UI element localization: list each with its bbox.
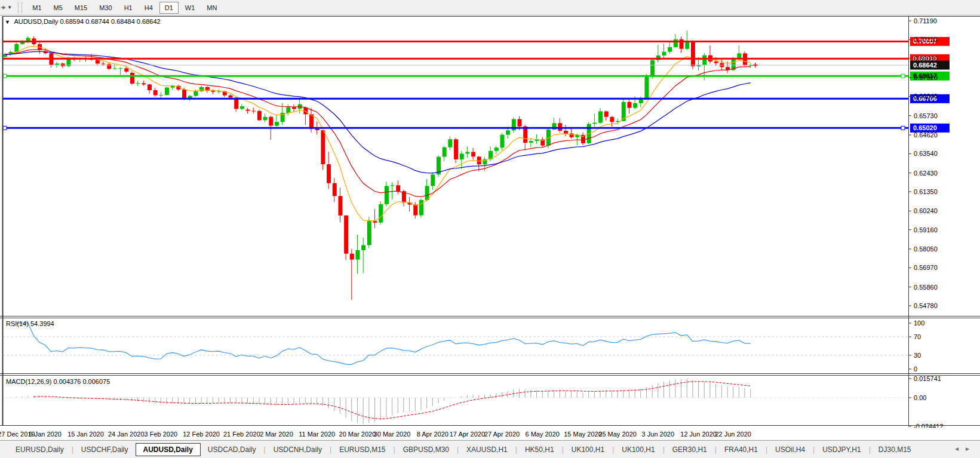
candle-body: [564, 131, 568, 134]
candle-body: [465, 152, 469, 153]
candle-body: [494, 147, 499, 151]
candle-body: [20, 42, 24, 44]
timeframe-button-m30[interactable]: M30: [94, 2, 117, 14]
candle-body: [610, 117, 614, 122]
candle-body: [373, 221, 377, 223]
chevron-down-icon[interactable]: ▼: [7, 5, 12, 10]
tab-separator: |: [663, 445, 665, 454]
candle-body: [443, 147, 447, 157]
ma-slow-line: [5, 51, 751, 173]
tab-scroll-left-icon[interactable]: ◄: [954, 445, 964, 452]
candle-body: [321, 130, 325, 164]
tab-uk100-h1[interactable]: UK100,H1: [564, 443, 612, 456]
chart-tab-bar: EURUSD,Daily|USDCHF,DailyAUDUSD,DailyUSD…: [0, 440, 980, 458]
candle-body: [182, 90, 186, 99]
price-tick-label: 0.55860: [914, 284, 938, 291]
horizontal-lines[interactable]: 0.700070.690100.686420.680170.667060.650…: [2, 37, 950, 133]
price-tick-label: 0.58050: [914, 245, 938, 253]
candle-body: [627, 102, 631, 108]
price-tick-label: 0.61350: [914, 188, 938, 195]
moving-averages: [5, 47, 751, 221]
tab-usdjpy-h1[interactable]: USDJPY,H1: [815, 443, 868, 456]
symbol-dropdown-icon[interactable]: ▼: [5, 19, 10, 25]
tab-eurusd-m15[interactable]: EURUSD,M15: [332, 443, 392, 456]
candle-body: [604, 111, 609, 116]
tab-xauusd-h1[interactable]: XAUUSD,H1: [459, 443, 515, 456]
candle-body: [246, 110, 250, 111]
tab-usoil-h4[interactable]: USOil,H4: [768, 443, 812, 456]
ohlc-values: 0.68594 0.68744 0.68484 0.68642: [60, 18, 160, 25]
price-tick-label: 0.54780: [914, 302, 938, 309]
tab-dj30-m15[interactable]: DJ30,M15: [871, 443, 918, 456]
candle-body: [367, 221, 371, 245]
candle-body: [263, 117, 268, 121]
tab-separator: |: [715, 445, 717, 454]
timeframe-button-m1[interactable]: M1: [27, 2, 47, 14]
toolbar-grip[interactable]: [18, 2, 22, 13]
tab-scroll-right-icon[interactable]: ►: [964, 445, 975, 452]
price-tick-label: 0.69030: [914, 55, 938, 62]
candle-body: [361, 245, 365, 250]
tab-usdcad-daily[interactable]: USDCAD,Daily: [201, 443, 263, 456]
candle-body: [639, 99, 643, 103]
tab-usdcnh-daily[interactable]: USDCNH,Daily: [266, 443, 329, 456]
tab-audusd-daily[interactable]: AUDUSD,Daily: [136, 443, 201, 456]
price-tick-label: 0.60240: [914, 207, 938, 214]
candle-body: [124, 68, 128, 72]
rsi-axis-label: 30: [914, 352, 921, 359]
tab-usdchf-daily[interactable]: USDCHF,Daily: [74, 443, 136, 456]
chart-canvas[interactable]: 0.700070.690100.686420.680170.667060.650…: [0, 16, 980, 428]
macd-pane: 0.0157410.00-0.024412: [2, 375, 944, 428]
candle-body: [229, 96, 233, 98]
line-handle[interactable]: [901, 126, 905, 130]
timeframe-button-h1[interactable]: H1: [119, 2, 138, 14]
macd-axis-label: 0.015741: [914, 375, 941, 382]
timeframe-button-d1[interactable]: D1: [159, 2, 179, 14]
tab-separator: |: [612, 445, 614, 454]
candle-body: [391, 185, 395, 186]
top-toolbar: ⌖ ▼ M1M5M15M30H1H4D1W1MN: [0, 0, 980, 16]
tab-gbpusd-m30[interactable]: GBPUSD,M30: [396, 443, 456, 456]
price-line-label: 0.68642: [913, 62, 937, 69]
chart-cursor-tool[interactable]: ⌖ ▼: [0, 3, 17, 13]
timeframe-button-m15[interactable]: M15: [69, 2, 93, 14]
candle-body: [500, 135, 504, 148]
tab-hk50-h1[interactable]: HK50,H1: [518, 443, 561, 456]
date-axis[interactable]: 27 Dec 20196 Jan 202015 Jan 202024 Jan 2…: [0, 425, 980, 440]
rsi-axis-label: 100: [914, 319, 924, 327]
rsi-line: [16, 323, 750, 364]
candle-body: [251, 111, 256, 112]
candle-body: [286, 107, 290, 113]
candle-body: [113, 69, 117, 69]
tab-scroll-arrows: ◄►: [954, 445, 975, 452]
price-tick-label: 0.65730: [914, 112, 938, 119]
candle-body: [529, 141, 533, 143]
tab-ger30-h1[interactable]: GER30,H1: [665, 443, 714, 456]
timeframe-button-w1[interactable]: W1: [180, 2, 201, 14]
price-tick-label: 0.71190: [914, 17, 937, 24]
line-handle[interactable]: [3, 126, 7, 130]
line-handle[interactable]: [901, 74, 905, 78]
rsi-axis-label: 70: [914, 333, 921, 340]
candle-body: [333, 183, 337, 196]
tab-uk100-h1[interactable]: UK100,H1: [615, 443, 662, 456]
tab-separator: |: [766, 445, 767, 454]
candle-body: [691, 42, 695, 67]
candle-body: [257, 111, 262, 120]
timeframe-button-mn[interactable]: MN: [201, 2, 222, 14]
candle-body: [419, 200, 423, 216]
candles: [3, 30, 753, 300]
tab-separator: |: [394, 445, 395, 454]
trading-terminal: ⌖ ▼ M1M5M15M30H1H4D1W1MN 0.700070.690100…: [0, 0, 980, 458]
price-tick-label: 0.67920: [914, 74, 938, 81]
candle-body: [385, 186, 389, 204]
candle-body: [119, 68, 123, 69]
crosshair-icon: ⌖: [1, 3, 5, 13]
candle-body: [315, 129, 320, 131]
timeframe-button-h4[interactable]: H4: [139, 2, 158, 14]
line-handle[interactable]: [3, 74, 7, 78]
tab-eurusd-daily[interactable]: EURUSD,Daily: [8, 443, 71, 456]
tab-fra40-h1[interactable]: FRA40,H1: [717, 443, 765, 456]
rsi-value: 54.3994: [30, 320, 54, 327]
timeframe-button-m5[interactable]: M5: [48, 2, 68, 14]
